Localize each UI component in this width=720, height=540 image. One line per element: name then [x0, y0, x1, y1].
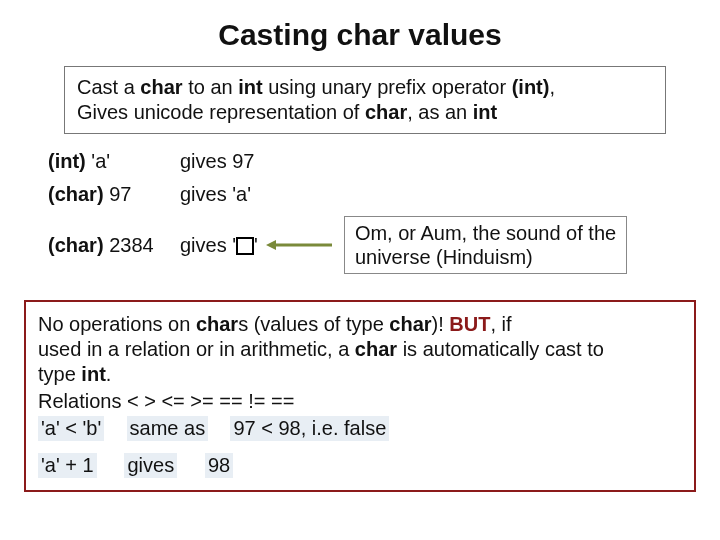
rules-box: No operations on chars (values of type c…: [24, 300, 696, 492]
rule-text: , if: [490, 313, 511, 335]
example-row: (int) 'a' gives 97: [48, 150, 696, 173]
example-expr: (char) 97: [48, 183, 180, 206]
operand: 'a': [86, 150, 110, 172]
cast-op: (char): [48, 234, 104, 256]
intro-box: Cast a char to an int using unary prefix…: [64, 66, 666, 134]
intro-text: to an: [183, 76, 239, 98]
slide-title: Casting char values: [24, 18, 696, 52]
om-note-line: Om, or Aum, the sound of the: [355, 222, 616, 244]
operand: 2384: [104, 234, 154, 256]
rule-text: type: [38, 363, 81, 385]
intro-char: char: [140, 76, 182, 98]
hl-result: 98: [205, 453, 233, 478]
hl-sameas: same as: [127, 416, 209, 441]
hl-gives: gives: [124, 453, 177, 478]
intro-char2: char: [365, 101, 407, 123]
cast-op: (int): [48, 150, 86, 172]
intro-text: , as an: [407, 101, 473, 123]
rule-text: No operations on: [38, 313, 196, 335]
example-expr: (char) 2384: [48, 234, 180, 257]
arrow-icon: [266, 238, 336, 252]
examples-block: (int) 'a' gives 97 (char) 97 gives 'a' (…: [24, 148, 696, 294]
example-line: 'a' + 1 gives 98: [38, 453, 682, 478]
svg-marker-1: [266, 240, 276, 250]
example-result: gives '': [180, 234, 258, 257]
rule-int: int: [81, 363, 105, 385]
example-line: 'a' < 'b' same as 97 < 98, i.e. false: [38, 416, 682, 441]
operand: 97: [104, 183, 132, 205]
example-row: (char) 97 gives 'a': [48, 183, 696, 206]
rule-text: used in a relation or in arithmetic, a: [38, 338, 355, 360]
rule-char: char: [389, 313, 431, 335]
relations-line: Relations < > <= >= == != ==: [38, 389, 682, 414]
om-note-line: universe (Hinduism): [355, 246, 533, 268]
intro-text: Gives unicode representation of: [77, 101, 365, 123]
intro-int: int: [238, 76, 262, 98]
hl-result: 97 < 98, i.e. false: [230, 416, 389, 441]
rule-text: is automatically cast to: [397, 338, 604, 360]
closing-quote: ': [254, 234, 258, 256]
cast-op: (char): [48, 183, 104, 205]
om-glyph-icon: [236, 237, 254, 255]
slide: Casting char values Cast a char to an in…: [0, 0, 720, 540]
but-emph: BUT: [449, 313, 490, 335]
rule-text: )!: [432, 313, 450, 335]
intro-text: Cast a: [77, 76, 140, 98]
intro-text: ,: [549, 76, 555, 98]
example-expr: (int) 'a': [48, 150, 180, 173]
intro-int2: int: [473, 101, 497, 123]
hl-expr: 'a' < 'b': [38, 416, 104, 441]
gives-text: gives ': [180, 234, 236, 256]
example-result: gives 'a': [180, 183, 275, 206]
om-note-box: Om, or Aum, the sound of the universe (H…: [344, 216, 627, 274]
example-result: gives 97: [180, 150, 275, 173]
intro-cast: (int): [512, 76, 550, 98]
rule-char: char: [196, 313, 238, 335]
rule-char: char: [355, 338, 397, 360]
rule-text: .: [106, 363, 112, 385]
rule-text: s (values of type: [238, 313, 389, 335]
example-row: (char) 2384 gives '' Om, or Aum, the sou…: [48, 216, 696, 274]
intro-text: using unary prefix operator: [263, 76, 512, 98]
hl-expr: 'a' + 1: [38, 453, 97, 478]
